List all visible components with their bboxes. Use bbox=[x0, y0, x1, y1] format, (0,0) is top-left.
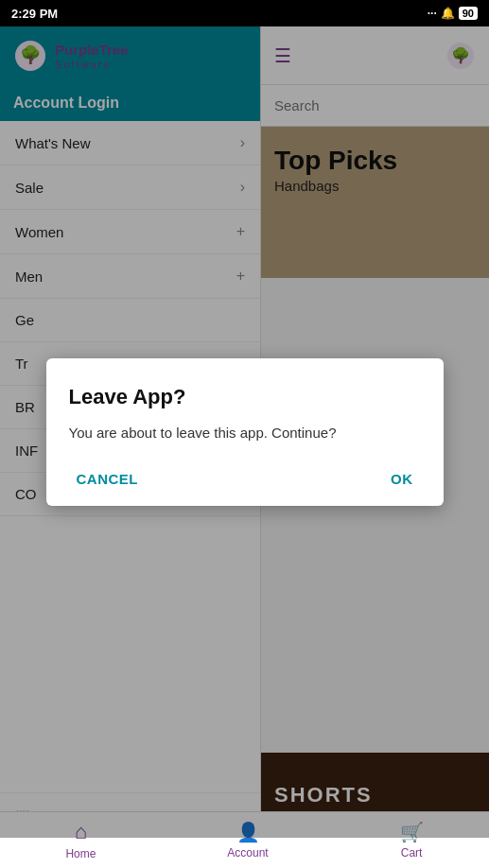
signal-dots-icon: ··· bbox=[428, 7, 437, 20]
ok-button[interactable]: OK bbox=[383, 467, 421, 491]
battery-icon: 90 bbox=[459, 7, 478, 20]
nav-cart-label: Cart bbox=[401, 846, 423, 859]
cancel-button[interactable]: CANCEL bbox=[69, 467, 147, 491]
dialog-message: You are about to leave this app. Continu… bbox=[69, 423, 421, 444]
nav-account-label: Account bbox=[227, 846, 268, 859]
dialog-title: Leave App? bbox=[69, 385, 421, 409]
status-bar: 2:29 PM ··· 🔔 90 bbox=[0, 0, 489, 26]
dialog-actions: CANCEL OK bbox=[69, 467, 421, 491]
notification-icon: 🔔 bbox=[441, 7, 455, 20]
status-time: 2:29 PM bbox=[11, 7, 58, 21]
status-right: ··· 🔔 90 bbox=[428, 7, 478, 20]
app-container: 🌳 PurpleTree Software Account Login What… bbox=[0, 26, 489, 838]
leave-app-dialog: Leave App? You are about to leave this a… bbox=[46, 358, 444, 506]
nav-home-label: Home bbox=[65, 847, 96, 860]
dialog-overlay: Leave App? You are about to leave this a… bbox=[0, 26, 489, 838]
